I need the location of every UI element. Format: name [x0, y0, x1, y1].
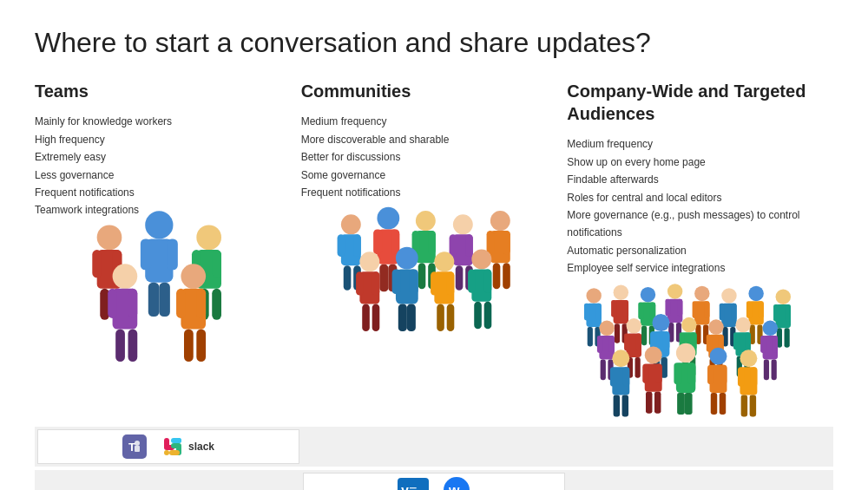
svg-point-144 [653, 314, 670, 331]
svg-rect-105 [677, 299, 682, 317]
svg-rect-65 [372, 304, 379, 332]
svg-rect-93 [623, 300, 628, 317]
company-wide-illustration [567, 290, 816, 411]
svg-rect-92 [611, 300, 616, 317]
svg-text:y≡: y≡ [401, 483, 417, 490]
svg-rect-140 [624, 334, 629, 351]
page-title: Where to start a conversation and share … [35, 26, 833, 59]
svg-point-192 [710, 348, 727, 365]
svg-point-24 [181, 264, 206, 289]
svg-rect-77 [446, 304, 454, 332]
svg-rect-197 [720, 393, 726, 415]
row2-empty-col1 [37, 473, 298, 490]
list-item: Medium frequency [567, 135, 816, 153]
svg-rect-201 [751, 367, 757, 386]
list-item: High frequency [35, 131, 284, 148]
svg-rect-75 [446, 271, 454, 295]
svg-point-102 [667, 284, 682, 298]
svg-point-6 [97, 225, 122, 251]
svg-rect-185 [654, 392, 661, 414]
svg-point-174 [613, 350, 630, 368]
svg-point-168 [763, 321, 778, 336]
svg-rect-39 [391, 230, 399, 255]
svg-point-84 [587, 288, 602, 303]
svg-rect-81 [483, 270, 491, 293]
svg-rect-195 [720, 365, 727, 384]
svg-rect-206 [135, 446, 140, 452]
svg-point-138 [627, 318, 641, 333]
svg-point-132 [600, 321, 615, 336]
svg-rect-117 [732, 304, 737, 321]
svg-point-198 [740, 350, 758, 368]
list-item: Automatic personalization [567, 242, 816, 259]
company-wide-list: Medium frequency Show up on every home p… [567, 135, 816, 277]
svg-point-162 [736, 317, 751, 332]
svg-point-72 [434, 252, 454, 272]
svg-rect-131 [785, 329, 790, 348]
svg-rect-68 [391, 270, 400, 295]
svg-point-12 [196, 225, 221, 251]
svg-rect-164 [733, 333, 739, 350]
svg-point-18 [113, 264, 138, 289]
svg-rect-111 [705, 301, 710, 318]
svg-rect-45 [428, 231, 436, 254]
list-item: Some governance [301, 167, 550, 184]
svg-rect-196 [711, 393, 717, 415]
svg-rect-3 [167, 239, 178, 271]
teams-tool: T [122, 434, 147, 459]
svg-rect-170 [760, 336, 766, 353]
svg-rect-21 [128, 289, 138, 318]
svg-rect-122 [746, 301, 752, 318]
svg-point-126 [776, 290, 791, 304]
svg-point-180 [645, 347, 662, 364]
svg-rect-94 [615, 324, 620, 343]
svg-rect-178 [614, 395, 620, 417]
svg-rect-15 [212, 250, 221, 278]
teams-icon: T [122, 434, 147, 459]
svg-rect-173 [772, 360, 777, 381]
svg-rect-56 [486, 231, 494, 254]
list-item: Better for discussions [301, 148, 550, 166]
svg-rect-136 [601, 360, 606, 381]
row1-empty-col3 [570, 429, 831, 464]
row2-yammer-workplace-cell: y≡ w [303, 473, 565, 490]
svg-point-78 [471, 250, 491, 270]
svg-rect-58 [492, 263, 500, 289]
svg-point-120 [749, 286, 764, 301]
svg-rect-177 [623, 367, 629, 386]
list-item: More discoverable and sharable [301, 131, 550, 148]
company-wide-column: Company-Wide and Targeted Audiences Medi… [567, 80, 833, 419]
row1-empty-col2 [305, 429, 565, 464]
list-item: Mainly for knowledge workers [35, 113, 284, 130]
slack-tool: slack [161, 434, 214, 459]
svg-rect-110 [693, 301, 698, 318]
svg-rect-141 [636, 334, 641, 351]
svg-rect-82 [474, 302, 482, 330]
svg-rect-87 [596, 304, 602, 321]
svg-point-0 [145, 212, 173, 239]
svg-rect-70 [398, 304, 406, 332]
svg-rect-59 [503, 263, 510, 289]
svg-rect-128 [773, 304, 779, 322]
svg-point-60 [359, 252, 379, 272]
svg-rect-40 [379, 265, 388, 292]
svg-rect-29 [196, 330, 206, 363]
svg-rect-32 [337, 234, 345, 257]
svg-rect-190 [677, 393, 685, 415]
svg-rect-8 [92, 250, 102, 278]
list-item: Medium frequency [301, 113, 550, 130]
svg-rect-129 [786, 304, 791, 322]
list-item: Findable afterwards [567, 171, 816, 188]
svg-point-90 [614, 285, 628, 300]
company-wide-heading: Company-Wide and Targeted Audiences [567, 80, 816, 125]
svg-rect-57 [503, 231, 510, 254]
svg-rect-71 [407, 304, 416, 332]
svg-rect-200 [738, 367, 744, 386]
main-columns: Teams Mainly for knowledge workers High … [35, 80, 833, 419]
svg-point-156 [709, 320, 724, 335]
svg-point-150 [681, 317, 696, 332]
svg-rect-51 [465, 234, 473, 257]
svg-point-48 [453, 215, 473, 235]
svg-rect-5 [159, 283, 170, 317]
svg-rect-184 [646, 392, 652, 414]
